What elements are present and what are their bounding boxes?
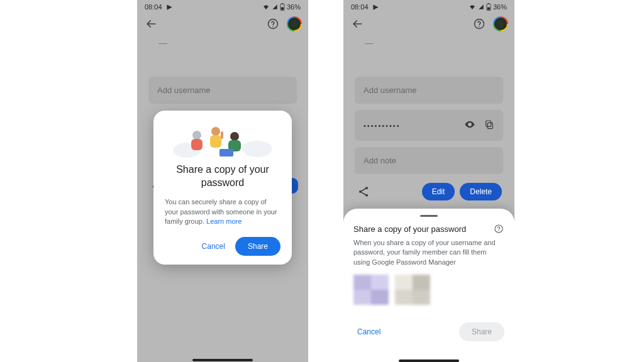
dialog-title: Share a copy of your password	[165, 161, 280, 192]
share-button-disabled[interactable]: Share	[459, 322, 504, 341]
note-field[interactable]: Add note	[355, 147, 503, 174]
learn-more-link[interactable]: Learn more	[206, 217, 242, 225]
app-toolbar	[137, 14, 308, 34]
back-button[interactable]	[350, 16, 365, 31]
share-button[interactable]: Share	[235, 237, 280, 256]
family-illustration	[165, 121, 280, 160]
help-icon[interactable]	[493, 223, 504, 234]
battery-icon	[486, 3, 491, 11]
header-placeholder: —	[137, 38, 308, 48]
username-field[interactable]: Add username	[148, 77, 297, 104]
svg-rect-1	[282, 3, 283, 4]
cancel-button[interactable]: Cancel	[198, 238, 229, 255]
phone-right: 08:04 36%	[343, 0, 514, 362]
visibility-icon[interactable]	[464, 119, 475, 132]
username-placeholder: Add username	[157, 85, 211, 95]
share-dialog: Share a copy of your password You can se…	[153, 111, 292, 265]
svg-point-22	[479, 26, 480, 27]
help-icon[interactable]	[265, 16, 280, 31]
svg-point-9	[242, 141, 272, 157]
status-bar: 08:04 36%	[137, 0, 308, 14]
svg-point-10	[192, 131, 201, 140]
svg-rect-17	[219, 149, 233, 156]
sheet-drag-handle[interactable]	[420, 215, 438, 217]
svg-point-23	[469, 124, 471, 126]
nav-pill[interactable]	[192, 359, 253, 361]
username-field[interactable]: Add username	[355, 77, 503, 104]
svg-rect-20	[487, 8, 490, 10]
signal-icon	[272, 4, 278, 10]
wifi-icon	[262, 3, 270, 11]
status-time: 08:04	[145, 3, 162, 11]
share-bottom-sheet: Share a copy of your password When you s…	[343, 209, 514, 362]
sheet-body-text: When you share a copy of your username a…	[353, 238, 504, 267]
signal-icon	[478, 4, 484, 10]
svg-rect-11	[191, 139, 203, 150]
family-member-tile[interactable]	[395, 275, 430, 305]
password-field[interactable]: ••••••••••	[355, 110, 503, 141]
header-placeholder: —	[343, 38, 514, 48]
svg-rect-19	[488, 3, 489, 4]
sheet-title: Share a copy of your password	[353, 224, 466, 234]
username-placeholder: Add username	[364, 85, 417, 95]
battery-icon	[280, 3, 285, 11]
play-icon	[166, 4, 173, 11]
app-toolbar	[343, 14, 514, 34]
svg-point-12	[211, 127, 220, 136]
family-member-tiles	[353, 275, 504, 305]
svg-point-30	[498, 230, 499, 231]
svg-rect-14	[221, 131, 223, 139]
note-placeholder: Add note	[364, 156, 396, 165]
help-icon[interactable]	[472, 16, 487, 31]
svg-rect-2	[281, 8, 284, 10]
status-bar: 08:04 36%	[343, 0, 514, 14]
avatar[interactable]	[493, 16, 508, 31]
svg-point-4	[272, 26, 274, 27]
svg-rect-24	[487, 123, 492, 128]
back-button[interactable]	[143, 16, 158, 31]
phone-left: 08:04 36%	[137, 0, 308, 362]
copy-icon[interactable]	[484, 119, 494, 131]
family-member-tile[interactable]	[353, 275, 389, 305]
password-value: ••••••••••	[364, 122, 401, 129]
delete-button[interactable]: Delete	[460, 183, 502, 200]
nav-pill[interactable]	[399, 359, 459, 362]
wifi-icon	[469, 3, 476, 11]
battery-percent: 36%	[287, 3, 301, 11]
cancel-button[interactable]: Cancel	[353, 324, 384, 340]
play-icon	[372, 4, 379, 11]
battery-percent: 36%	[493, 3, 507, 11]
edit-button[interactable]: Edit	[422, 183, 455, 200]
avatar[interactable]	[287, 16, 302, 31]
status-time: 08:04	[351, 3, 369, 11]
svg-point-15	[230, 132, 239, 141]
svg-rect-25	[486, 121, 491, 126]
share-icon[interactable]	[356, 184, 371, 199]
svg-rect-13	[210, 135, 221, 148]
